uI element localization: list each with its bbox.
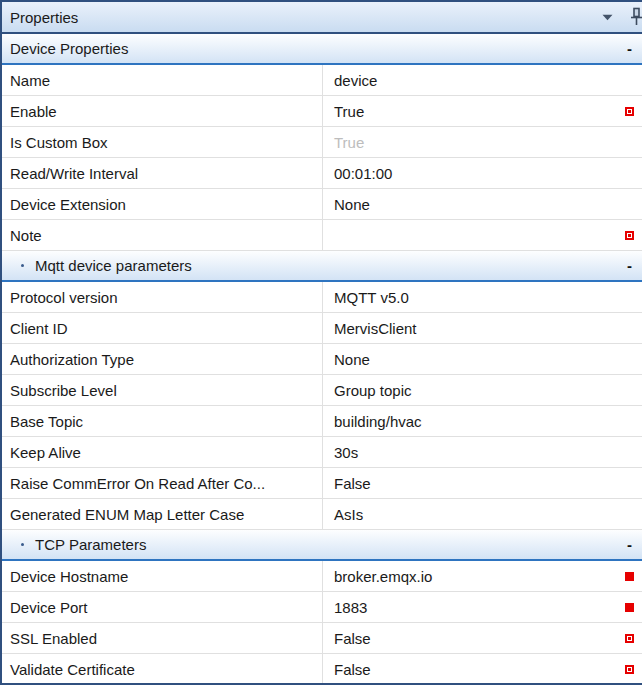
property-value-field[interactable]: [323, 220, 642, 250]
property-value-field: True: [323, 127, 642, 157]
property-row: SSL EnabledFalse: [2, 623, 642, 654]
panel-title: Properties: [10, 9, 78, 26]
section-title: Mqtt device parameters: [35, 257, 192, 274]
modified-indicator-outline-icon: [625, 107, 634, 116]
property-value: Group topic: [334, 382, 412, 399]
property-value: device: [334, 72, 377, 89]
property-row: Protocol versionMQTT v5.0: [2, 282, 642, 313]
property-grid: Device Properties-NamedeviceEnableTrueIs…: [2, 34, 642, 685]
section-bullet-icon: [21, 543, 24, 546]
property-name: Name: [2, 65, 323, 95]
property-row: Raise CommError On Read After Co...False: [2, 468, 642, 499]
property-value: broker.emqx.io: [334, 568, 432, 585]
property-value-field[interactable]: True: [323, 96, 642, 126]
property-value-field[interactable]: 00:01:00: [323, 158, 642, 188]
modified-indicator-outline-icon: [625, 665, 634, 674]
property-row: Base Topicbuilding/hvac: [2, 406, 642, 437]
property-value: building/hvac: [334, 413, 422, 430]
section-header[interactable]: Device Properties-: [2, 34, 642, 65]
property-value-field[interactable]: 1883: [323, 592, 642, 622]
property-name: Subscribe Level: [2, 375, 323, 405]
window-menu-chevron-down-icon[interactable]: [602, 14, 613, 21]
property-row: Namedevice: [2, 65, 642, 96]
property-value-field[interactable]: AsIs: [323, 499, 642, 529]
indicator-dot: [628, 234, 631, 237]
property-row: Authorization TypeNone: [2, 344, 642, 375]
property-row: EnableTrue: [2, 96, 642, 127]
property-value-field[interactable]: None: [323, 344, 642, 374]
property-value-field[interactable]: None: [323, 189, 642, 219]
property-value: False: [334, 475, 371, 492]
property-value: False: [334, 661, 371, 678]
collapse-toggle[interactable]: -: [627, 258, 642, 273]
property-value: 00:01:00: [334, 165, 392, 182]
property-name: Device Hostname: [2, 561, 323, 591]
indicator-dot: [628, 637, 631, 640]
property-row: Generated ENUM Map Letter CaseAsIs: [2, 499, 642, 530]
property-value: MervisClient: [334, 320, 417, 337]
collapse-toggle[interactable]: -: [627, 537, 642, 552]
indicator-dot: [628, 110, 631, 113]
property-value: 1883: [334, 599, 367, 616]
property-row: Is Custom BoxTrue: [2, 127, 642, 158]
section-bullet-icon: [21, 264, 24, 267]
panel-titlebar: Properties: [2, 2, 642, 34]
property-value-field[interactable]: False: [323, 623, 642, 653]
properties-panel: Properties Device Properties-NamedeviceE…: [0, 0, 642, 685]
property-name: Base Topic: [2, 406, 323, 436]
property-row: Note: [2, 220, 642, 251]
property-value: False: [334, 630, 371, 647]
section-header[interactable]: TCP Parameters-: [2, 530, 642, 561]
property-row: Keep Alive30s: [2, 437, 642, 468]
property-name: Read/Write Interval: [2, 158, 323, 188]
property-value-field[interactable]: building/hvac: [323, 406, 642, 436]
property-row: Read/Write Interval00:01:00: [2, 158, 642, 189]
property-name: Validate Certificate: [2, 654, 323, 684]
collapse-toggle[interactable]: -: [627, 41, 642, 56]
property-value-field[interactable]: device: [323, 65, 642, 95]
property-row: Device Hostnamebroker.emqx.io: [2, 561, 642, 592]
property-value: 30s: [334, 444, 358, 461]
property-name: Client ID: [2, 313, 323, 343]
property-name: Device Port: [2, 592, 323, 622]
property-value-field[interactable]: False: [323, 654, 642, 684]
property-value: MQTT v5.0: [334, 289, 409, 306]
titlebar-icons: [602, 6, 642, 28]
property-value: None: [334, 351, 370, 368]
property-name: Authorization Type: [2, 344, 323, 374]
property-name: Enable: [2, 96, 323, 126]
property-name: Generated ENUM Map Letter Case: [2, 499, 323, 529]
section-title: TCP Parameters: [35, 536, 146, 553]
property-value: True: [334, 134, 364, 151]
property-name: Keep Alive: [2, 437, 323, 467]
property-value-field[interactable]: Group topic: [323, 375, 642, 405]
property-row: Validate CertificateFalse: [2, 654, 642, 685]
property-name: Note: [2, 220, 323, 250]
property-value-field[interactable]: 30s: [323, 437, 642, 467]
pin-icon[interactable]: [629, 6, 642, 28]
property-value-field[interactable]: broker.emqx.io: [323, 561, 642, 591]
modified-indicator-outline-icon: [625, 231, 634, 240]
property-name: Is Custom Box: [2, 127, 323, 157]
property-row: Device ExtensionNone: [2, 189, 642, 220]
indicator-dot: [628, 668, 631, 671]
property-value: True: [334, 103, 364, 120]
property-row: Subscribe LevelGroup topic: [2, 375, 642, 406]
property-value: None: [334, 196, 370, 213]
property-value-field[interactable]: MQTT v5.0: [323, 282, 642, 312]
modified-indicator-solid-icon: [625, 603, 634, 612]
property-name: Raise CommError On Read After Co...: [2, 468, 323, 498]
section-header[interactable]: Mqtt device parameters-: [2, 251, 642, 282]
modified-indicator-outline-icon: [625, 634, 634, 643]
property-row: Client IDMervisClient: [2, 313, 642, 344]
section-title: Device Properties: [2, 40, 128, 57]
property-value-field[interactable]: MervisClient: [323, 313, 642, 343]
property-row: Device Port1883: [2, 592, 642, 623]
property-value-field[interactable]: False: [323, 468, 642, 498]
property-value: AsIs: [334, 506, 363, 523]
property-name: Protocol version: [2, 282, 323, 312]
property-name: Device Extension: [2, 189, 323, 219]
modified-indicator-solid-icon: [625, 572, 634, 581]
property-name: SSL Enabled: [2, 623, 323, 653]
